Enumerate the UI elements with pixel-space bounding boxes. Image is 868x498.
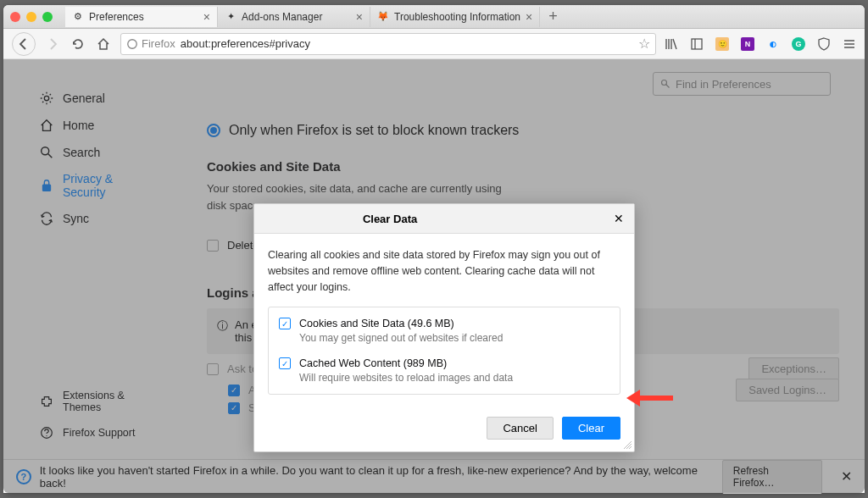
- bookmark-star-icon[interactable]: ☆: [638, 36, 650, 52]
- tab-addons[interactable]: ✦ Add-ons Manager ×: [218, 7, 370, 27]
- navigation-toolbar: Firefox about:preferences#privacy ☆ 🙂 N …: [3, 29, 865, 59]
- checkbox-icon: ✓: [279, 318, 291, 329]
- svg-rect-1: [692, 39, 702, 49]
- toolbar-extensions: 🙂 N ◐ G: [665, 37, 856, 51]
- extension-grammarly-icon[interactable]: G: [792, 37, 805, 51]
- dialog-titlebar: Clear Data ✕: [254, 204, 634, 234]
- close-tab-icon[interactable]: ×: [526, 10, 532, 24]
- extension-shield-icon[interactable]: [817, 37, 831, 51]
- clear-button[interactable]: Clear: [562, 417, 620, 440]
- tab-label: Add-ons Manager: [242, 11, 322, 23]
- extension-avatar-icon[interactable]: 🙂: [715, 37, 729, 51]
- minimize-window-button[interactable]: [26, 12, 36, 22]
- extension-onenote-icon[interactable]: N: [741, 37, 754, 51]
- firefox-icon: 🦊: [377, 11, 389, 23]
- reload-button[interactable]: [70, 36, 86, 53]
- titlebar: ⚙ Preferences × ✦ Add-ons Manager × 🦊 Tr…: [3, 5, 865, 29]
- close-window-button[interactable]: [10, 12, 20, 22]
- gear-icon: ⚙: [72, 11, 84, 23]
- dialog-body: Clearing all cookies and site data store…: [254, 234, 634, 408]
- preferences-content: General Home Search Privacy & Security S…: [3, 59, 865, 493]
- home-button[interactable]: [95, 36, 112, 53]
- annotation-arrow: [626, 388, 673, 412]
- dialog-title: Clear Data: [363, 213, 417, 225]
- svg-point-0: [128, 39, 137, 48]
- tab-troubleshooting[interactable]: 🦊 Troubleshooting Information ×: [370, 7, 540, 27]
- extension-blue-icon[interactable]: ◐: [766, 37, 780, 51]
- url-text: about:preferences#privacy: [181, 37, 633, 50]
- library-icon[interactable]: [665, 37, 678, 51]
- new-tab-button[interactable]: +: [540, 8, 566, 25]
- clear-data-dialog: Clear Data ✕ Clearing all cookies and si…: [253, 203, 635, 452]
- close-tab-icon[interactable]: ×: [356, 10, 363, 24]
- option-label: Cached Web Content (989 MB): [299, 357, 513, 369]
- dialog-close-button[interactable]: ✕: [614, 212, 624, 225]
- identity-label: Firefox: [142, 37, 175, 50]
- option-sublabel: Will require websites to reload images a…: [299, 372, 513, 384]
- cancel-button[interactable]: Cancel: [487, 417, 553, 440]
- tab-preferences[interactable]: ⚙ Preferences ×: [65, 7, 218, 27]
- window-controls: [10, 12, 53, 22]
- dialog-description: Clearing all cookies and site data store…: [268, 247, 620, 295]
- browser-window: ⚙ Preferences × ✦ Add-ons Manager × 🦊 Tr…: [3, 5, 865, 493]
- checkbox-icon: ✓: [279, 357, 291, 369]
- maximize-window-button[interactable]: [42, 12, 53, 22]
- forward-button[interactable]: [44, 36, 61, 53]
- option-label: Cookies and Site Data (49.6 MB): [299, 318, 503, 329]
- close-tab-icon[interactable]: ×: [203, 10, 210, 24]
- url-bar[interactable]: Firefox about:preferences#privacy ☆: [120, 33, 656, 55]
- tab-label: Preferences: [89, 11, 144, 23]
- puzzle-icon: ✦: [225, 11, 236, 23]
- resize-grip-icon[interactable]: [622, 440, 632, 450]
- option-cookies[interactable]: ✓ Cookies and Site Data (49.6 MB) You ma…: [279, 318, 609, 344]
- identity-box[interactable]: Firefox: [126, 37, 175, 50]
- sidebar-icon[interactable]: [690, 37, 704, 51]
- tab-label: Troubleshooting Information: [394, 11, 520, 23]
- option-cache[interactable]: ✓ Cached Web Content (989 MB) Will requi…: [279, 357, 609, 384]
- option-sublabel: You may get signed out of websites if cl…: [299, 332, 503, 344]
- back-button[interactable]: [12, 32, 36, 56]
- app-menu-icon[interactable]: [843, 37, 856, 51]
- dialog-options: ✓ Cookies and Site Data (49.6 MB) You ma…: [268, 307, 620, 395]
- dialog-footer: Cancel Clear: [254, 408, 634, 451]
- tab-strip: ⚙ Preferences × ✦ Add-ons Manager × 🦊 Tr…: [65, 7, 858, 27]
